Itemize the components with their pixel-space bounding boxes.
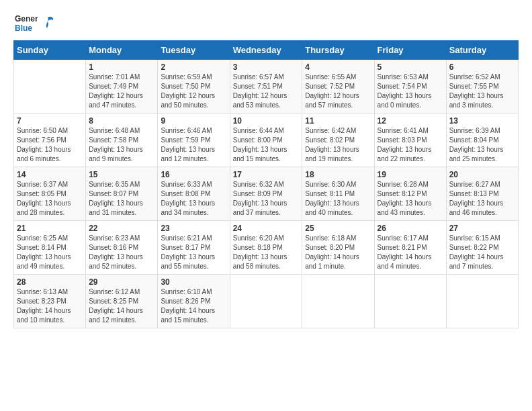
day-number: 15 [89, 170, 154, 179]
calendar-cell: 19Sunrise: 6:28 AMSunset: 8:12 PMDayligh… [374, 167, 446, 221]
day-info: Sunrise: 6:46 AMSunset: 7:59 PMDaylight:… [161, 126, 226, 164]
day-info: Sunrise: 6:30 AMSunset: 8:11 PMDaylight:… [305, 180, 371, 218]
calendar-cell [302, 275, 374, 328]
day-number: 8 [89, 116, 154, 126]
calendar-cell: 30Sunrise: 6:10 AMSunset: 8:26 PMDayligh… [158, 275, 230, 328]
day-number: 11 [305, 116, 371, 126]
day-number: 19 [378, 170, 443, 179]
weekday-header-row: SundayMondayTuesdayWednesdayThursdayFrid… [14, 41, 519, 60]
weekday-header-sunday: Sunday [14, 41, 86, 60]
calendar-cell: 8Sunrise: 6:48 AMSunset: 7:58 PMDaylight… [86, 113, 158, 167]
day-number: 3 [233, 62, 300, 72]
week-row-2: 14Sunrise: 6:37 AMSunset: 8:05 PMDayligh… [14, 167, 519, 221]
calendar-cell: 27Sunrise: 6:15 AMSunset: 8:22 PMDayligh… [446, 221, 518, 275]
calendar-cell: 23Sunrise: 6:21 AMSunset: 8:17 PMDayligh… [158, 221, 230, 275]
calendar-cell: 26Sunrise: 6:17 AMSunset: 8:21 PMDayligh… [374, 221, 446, 275]
weekday-header-wednesday: Wednesday [230, 41, 302, 60]
day-number: 30 [161, 277, 226, 287]
calendar-cell: 28Sunrise: 6:13 AMSunset: 8:23 PMDayligh… [14, 275, 86, 328]
weekday-header-tuesday: Tuesday [158, 41, 230, 60]
calendar-cell: 22Sunrise: 6:23 AMSunset: 8:16 PMDayligh… [86, 221, 158, 275]
day-info: Sunrise: 6:53 AMSunset: 7:54 PMDaylight:… [378, 73, 443, 110]
day-number: 9 [161, 116, 226, 126]
svg-text:General: General [15, 14, 38, 24]
calendar-cell: 6Sunrise: 6:52 AMSunset: 7:55 PMDaylight… [446, 60, 518, 113]
weekday-header-saturday: Saturday [446, 41, 518, 60]
day-info: Sunrise: 6:39 AMSunset: 8:04 PMDaylight:… [449, 126, 515, 164]
day-info: Sunrise: 6:57 AMSunset: 7:51 PMDaylight:… [233, 73, 300, 110]
logo: General Blue [13, 11, 55, 35]
calendar-cell: 29Sunrise: 6:12 AMSunset: 8:25 PMDayligh… [86, 275, 158, 328]
day-number: 4 [305, 62, 371, 72]
day-number: 27 [449, 224, 515, 233]
day-info: Sunrise: 6:33 AMSunset: 8:08 PMDaylight:… [161, 180, 226, 218]
calendar-cell [446, 275, 518, 328]
header: General Blue [13, 11, 519, 35]
calendar-cell: 2Sunrise: 6:59 AMSunset: 7:50 PMDaylight… [158, 60, 230, 113]
day-number: 23 [161, 224, 226, 233]
day-number: 18 [305, 170, 371, 179]
day-number: 25 [305, 224, 371, 233]
day-info: Sunrise: 6:52 AMSunset: 7:55 PMDaylight:… [449, 73, 515, 110]
calendar-cell: 3Sunrise: 6:57 AMSunset: 7:51 PMDaylight… [230, 60, 302, 113]
calendar-cell: 5Sunrise: 6:53 AMSunset: 7:54 PMDaylight… [374, 60, 446, 113]
calendar-cell: 1Sunrise: 7:01 AMSunset: 7:49 PMDaylight… [86, 60, 158, 113]
calendar-table: SundayMondayTuesdayWednesdayThursdayFrid… [13, 40, 519, 328]
day-number: 22 [89, 224, 154, 233]
day-number: 28 [17, 277, 83, 287]
day-number: 2 [161, 62, 226, 72]
day-info: Sunrise: 6:27 AMSunset: 8:13 PMDaylight:… [449, 180, 515, 218]
bird-icon [40, 15, 55, 30]
day-info: Sunrise: 6:10 AMSunset: 8:26 PMDaylight:… [161, 287, 226, 325]
day-info: Sunrise: 6:42 AMSunset: 8:02 PMDaylight:… [305, 126, 371, 164]
day-number: 14 [17, 170, 83, 179]
weekday-header-monday: Monday [86, 41, 158, 60]
day-info: Sunrise: 6:59 AMSunset: 7:50 PMDaylight:… [161, 73, 226, 110]
day-number: 21 [17, 224, 83, 233]
calendar-cell [374, 275, 446, 328]
calendar-cell: 21Sunrise: 6:25 AMSunset: 8:14 PMDayligh… [14, 221, 86, 275]
page-container: General Blue SundayMondayTuesdayWednesda… [0, 0, 532, 335]
day-number: 5 [378, 62, 443, 72]
calendar-cell [14, 60, 86, 113]
day-info: Sunrise: 6:28 AMSunset: 8:12 PMDaylight:… [378, 180, 443, 218]
calendar-cell [230, 275, 302, 328]
day-info: Sunrise: 6:12 AMSunset: 8:25 PMDaylight:… [89, 287, 154, 325]
day-number: 10 [233, 116, 300, 126]
week-row-1: 7Sunrise: 6:50 AMSunset: 7:56 PMDaylight… [14, 113, 519, 167]
day-info: Sunrise: 7:01 AMSunset: 7:49 PMDaylight:… [89, 73, 154, 110]
day-number: 6 [449, 62, 515, 72]
calendar-cell: 17Sunrise: 6:32 AMSunset: 8:09 PMDayligh… [230, 167, 302, 221]
calendar-cell: 7Sunrise: 6:50 AMSunset: 7:56 PMDaylight… [14, 113, 86, 167]
calendar-cell: 24Sunrise: 6:20 AMSunset: 8:18 PMDayligh… [230, 221, 302, 275]
calendar-cell: 10Sunrise: 6:44 AMSunset: 8:00 PMDayligh… [230, 113, 302, 167]
day-info: Sunrise: 6:55 AMSunset: 7:52 PMDaylight:… [305, 73, 371, 110]
day-info: Sunrise: 6:32 AMSunset: 8:09 PMDaylight:… [233, 180, 300, 218]
week-row-4: 28Sunrise: 6:13 AMSunset: 8:23 PMDayligh… [14, 275, 519, 328]
calendar-cell: 9Sunrise: 6:46 AMSunset: 7:59 PMDaylight… [158, 113, 230, 167]
day-info: Sunrise: 6:21 AMSunset: 8:17 PMDaylight:… [161, 234, 226, 271]
day-info: Sunrise: 6:13 AMSunset: 8:23 PMDaylight:… [17, 287, 83, 325]
day-info: Sunrise: 6:50 AMSunset: 7:56 PMDaylight:… [17, 126, 83, 164]
calendar-cell: 12Sunrise: 6:41 AMSunset: 8:03 PMDayligh… [374, 113, 446, 167]
calendar-cell: 13Sunrise: 6:39 AMSunset: 8:04 PMDayligh… [446, 113, 518, 167]
day-info: Sunrise: 6:17 AMSunset: 8:21 PMDaylight:… [378, 234, 443, 271]
calendar-cell: 25Sunrise: 6:18 AMSunset: 8:20 PMDayligh… [302, 221, 374, 275]
day-number: 24 [233, 224, 300, 233]
day-number: 7 [17, 116, 83, 126]
day-info: Sunrise: 6:48 AMSunset: 7:58 PMDaylight:… [89, 126, 154, 164]
day-info: Sunrise: 6:25 AMSunset: 8:14 PMDaylight:… [17, 234, 83, 271]
day-info: Sunrise: 6:18 AMSunset: 8:20 PMDaylight:… [305, 234, 371, 271]
day-info: Sunrise: 6:44 AMSunset: 8:00 PMDaylight:… [233, 126, 300, 164]
day-info: Sunrise: 6:35 AMSunset: 8:07 PMDaylight:… [89, 180, 154, 218]
day-info: Sunrise: 6:20 AMSunset: 8:18 PMDaylight:… [233, 234, 300, 271]
calendar-cell: 4Sunrise: 6:55 AMSunset: 7:52 PMDaylight… [302, 60, 374, 113]
day-number: 26 [378, 224, 443, 233]
day-info: Sunrise: 6:37 AMSunset: 8:05 PMDaylight:… [17, 180, 83, 218]
weekday-header-thursday: Thursday [302, 41, 374, 60]
day-number: 17 [233, 170, 300, 179]
day-number: 29 [89, 277, 154, 287]
calendar-cell: 16Sunrise: 6:33 AMSunset: 8:08 PMDayligh… [158, 167, 230, 221]
calendar-cell: 14Sunrise: 6:37 AMSunset: 8:05 PMDayligh… [14, 167, 86, 221]
svg-text:Blue: Blue [15, 24, 32, 33]
